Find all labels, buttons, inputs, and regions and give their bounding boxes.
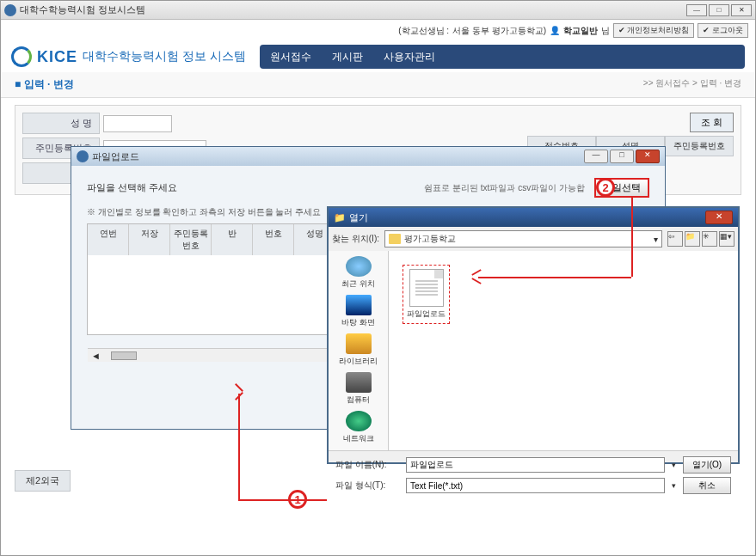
network-icon [346,411,372,431]
nav-users[interactable]: 사용자관리 [384,50,435,64]
upload-close-button[interactable]: ✕ [636,150,660,163]
maximize-button[interactable]: □ [709,4,729,16]
up-col-seq: 연번 [88,224,129,255]
logo-icon [11,46,32,67]
name-input[interactable] [103,115,172,132]
name-label: 성 명 [22,113,100,134]
file-name: 파일업로드 [407,309,446,320]
upload-dialog-title: 파일업로드 [92,150,139,163]
sidebar-network[interactable]: 네트워크 [330,411,386,444]
open-button[interactable]: 열기(O) [683,456,731,474]
privacy-link[interactable]: ✔ 개인정보처리방침 [613,23,695,38]
minimize-button[interactable]: — [686,4,707,16]
upload-dialog-icon [77,150,89,162]
location-dropdown[interactable]: 평가고등학교 ▾ [384,230,662,247]
filename-input[interactable] [406,457,665,473]
school-name: 서울 동부 평가고등학교) [452,25,546,37]
location-label: 찾는 위치(I): [332,233,379,245]
view-button[interactable]: ▦▾ [719,231,734,247]
file-item[interactable]: 파일업로드 [403,265,450,324]
filetype-input[interactable] [406,478,665,493]
search-button[interactable]: 조 회 [690,113,734,132]
app-icon [4,4,16,16]
logo-subtitle: 대학수학능력시험 정보 시스템 [83,49,246,64]
up-col-num: 번호 [253,224,294,255]
upload-table: 연번 저장 주민등록번호 반 번호 성명 ◄ [87,223,336,335]
school-label: (학교선생님 : [398,25,449,37]
mini-col-rrn: 주민등록번호 [665,136,734,156]
open-dialog-icon: 📁 [334,212,346,223]
folder-icon [389,234,401,244]
second-lang-label: 제2외국 [15,470,71,492]
computer-icon [346,372,372,393]
navbar: 원서접수 게시판 사용자관리 [260,45,745,69]
upload-minimize-button[interactable]: — [584,150,608,163]
file-icon [409,269,444,307]
location-value: 평가고등학교 [404,233,456,245]
user-suffix: 님 [601,25,610,37]
upload-scrollbar[interactable]: ◄ [88,348,335,362]
sidebar-library[interactable]: 라이브러리 [330,333,386,367]
filetype-label: 파일 형식(T): [335,480,399,492]
up-col-save: 저장 [129,224,170,255]
open-close-button[interactable]: ✕ [705,211,733,224]
window-title: 대학수학능력시험 정보시스템 [20,3,145,16]
library-icon [346,333,372,354]
titlebar: 대학수학능력시험 정보시스템 — □ ✕ [1,1,755,20]
up-col-class: 반 [212,224,253,255]
user-role: 학교일반 [563,25,598,37]
open-dialog: 📁 열기 ✕ 찾는 위치(I): 평가고등학교 ▾ ⇦ 📁 ✳ ▦▾ 최근 위치 [327,206,740,464]
sidebar-computer[interactable]: 컴퓨터 [330,372,386,406]
cancel-button[interactable]: 취소 [683,477,731,494]
logo: KICE 대학수학능력시험 정보 시스템 [11,46,246,67]
filename-label: 파일 이름(N): [335,459,399,471]
sidebar-desktop[interactable]: 바탕 화면 [330,295,386,328]
desktop-icon [346,295,372,315]
nav-board[interactable]: 게시판 [332,50,363,64]
upload-prompt: 파일을 선택해 주세요 [87,181,177,194]
new-folder-button[interactable]: ✳ [702,231,717,247]
nav-application[interactable]: 원서접수 [270,50,311,64]
upload-maximize-button[interactable]: □ [610,150,634,163]
logo-text: KICE [37,48,77,66]
open-sidebar: 최근 위치 바탕 화면 라이브러리 컴퓨터 네트워크 [329,251,389,450]
file-select-button[interactable]: 파일선택 [594,178,649,198]
upload-hint: 쉼표로 분리된 txt파일과 csv파일이 가능합 [424,183,585,192]
open-dialog-title: 열기 [349,211,368,224]
recent-icon [346,256,372,277]
up-col-rrn: 주민등록번호 [170,224,212,255]
breadcrumb: >> 원서접수 > 입력 · 변경 [643,77,741,92]
back-button[interactable]: ⇦ [667,231,683,247]
logout-link[interactable]: ✔ 로그아웃 [698,23,748,38]
up-button[interactable]: 📁 [685,231,700,247]
section-title: ■ 입력 · 변경 [15,77,74,92]
sidebar-recent[interactable]: 최근 위치 [330,256,386,290]
close-button[interactable]: ✕ [731,4,752,16]
user-icon: 👤 [550,26,560,35]
